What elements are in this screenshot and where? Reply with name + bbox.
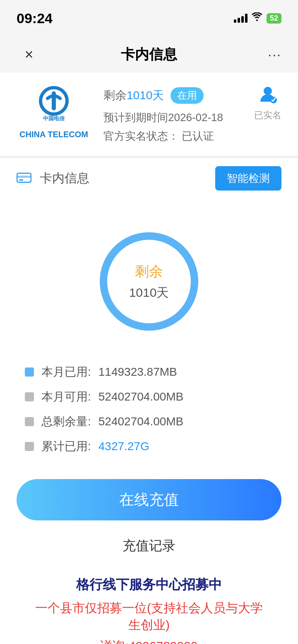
in-use-badge: 在用 — [171, 87, 204, 104]
stat-value-4: 4327.27G — [99, 440, 149, 453]
promo-section: 格行线下服务中心招募中 一个县市仅招募一位(支持社会人员与大学生创业) 详询:4… — [17, 576, 281, 644]
close-button[interactable]: × — [17, 46, 41, 63]
stat-dot-remaining — [25, 417, 34, 426]
stat-dot-used — [25, 367, 34, 377]
status-bar: 09:24 52 — [0, 0, 298, 36]
remaining-days-text: 剩余1010天 — [103, 88, 164, 103]
smart-detect-button[interactable]: 智能检测 — [215, 166, 281, 191]
telecom-logo: 中国电信 CHINA TELECOM — [17, 85, 91, 140]
stat-value-3: 52402704.00MB — [99, 415, 184, 428]
card-row-status: 剩余1010天 在用 — [103, 87, 242, 104]
wifi-icon — [252, 12, 262, 24]
recharge-record-link[interactable]: 充值记录 — [123, 537, 175, 555]
stat-value-1: 1149323.87MB — [99, 365, 177, 379]
stat-dot-available — [25, 392, 34, 401]
status-icons: 52 — [234, 12, 281, 24]
gauge-value: 1010天 — [129, 284, 169, 301]
realname-status: 官方实名状态： 已认证 — [103, 129, 242, 143]
svg-text:中国电信: 中国电信 — [43, 115, 65, 122]
stat-label-3: 总剩余量: — [41, 414, 91, 429]
stat-label-2: 本月可用: — [41, 389, 91, 405]
promo-subtitle: 一个县市仅招募一位(支持社会人员与大学生创业) — [33, 600, 265, 634]
telecom-subtitle: CHINA TELECOM — [19, 129, 88, 140]
stat-item-4: 累计已用: 4327.27G — [25, 439, 273, 454]
recharge-button[interactable]: 在线充值 — [17, 479, 281, 520]
signal-icon — [234, 14, 248, 23]
promo-contact[interactable]: 详询:4006789999 — [33, 638, 265, 644]
battery-icon: 52 — [267, 13, 281, 24]
circle-gauge: 剩余 1010天 — [91, 224, 207, 339]
card-info: 剩余1010天 在用 预计到期时间2026-02-18 官方实名状态： 已认证 — [103, 85, 242, 143]
nav-bar: × 卡内信息 ··· — [0, 36, 298, 73]
stat-label-1: 本月已用: — [41, 364, 91, 380]
stat-item-1: 本月已用: 1149323.87MB — [25, 364, 273, 380]
stat-dot-cumulative — [25, 442, 34, 451]
more-button[interactable]: ··· — [268, 47, 281, 62]
section-label: 卡内信息 — [40, 170, 89, 187]
verified-icon-area: 已实名 — [254, 85, 281, 122]
svg-point-2 — [264, 87, 272, 95]
svg-rect-6 — [19, 179, 23, 181]
expiry-text: 预计到期时间2026-02-18 — [103, 110, 242, 125]
promo-title: 格行线下服务中心招募中 — [33, 576, 265, 594]
person-icon — [259, 85, 277, 107]
stat-item-2: 本月可用: 52402704.00MB — [25, 389, 273, 405]
main-content: 剩余 1010天 本月已用: 1149323.87MB 本月可用: 524027… — [0, 199, 298, 644]
status-time: 09:24 — [17, 10, 53, 26]
section-bar: 卡内信息 智能检测 — [0, 156, 298, 199]
stat-label-4: 累计已用: — [41, 439, 91, 454]
gauge-label: 剩余 — [129, 262, 169, 281]
svg-rect-5 — [17, 176, 31, 178]
card-icon — [17, 170, 31, 187]
stat-item-3: 总剩余量: 52402704.00MB — [25, 414, 273, 429]
card-header: 中国电信 CHINA TELECOM 剩余1010天 在用 预计到期时间2026… — [0, 73, 298, 156]
page-title: 卡内信息 — [121, 45, 177, 64]
stats-list: 本月已用: 1149323.87MB 本月可用: 52402704.00MB 总… — [17, 364, 281, 454]
verified-label: 已实名 — [254, 109, 281, 122]
gauge-center: 剩余 1010天 — [129, 262, 169, 301]
stat-value-2: 52402704.00MB — [99, 390, 184, 403]
